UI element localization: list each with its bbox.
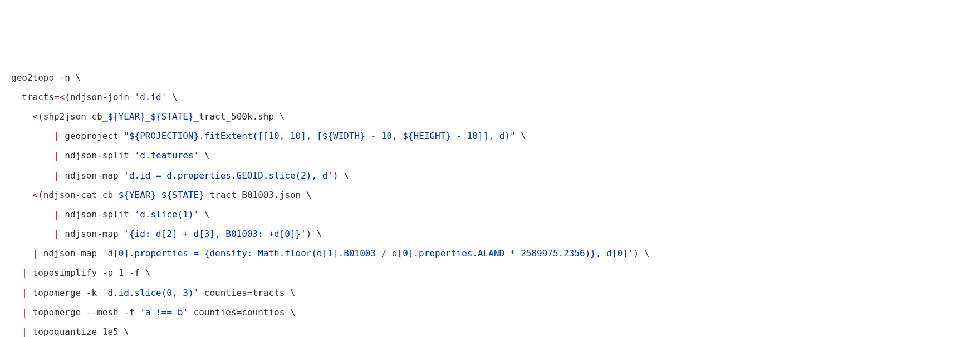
code-token: [199, 150, 204, 161]
code-token: [311, 229, 317, 239]
code-token: ): [333, 170, 339, 181]
code-token: \: [644, 248, 650, 259]
code-token: |: [33, 248, 38, 259]
code-token: \: [521, 131, 526, 141]
code-token: (: [65, 92, 70, 102]
code-token: \: [172, 92, 178, 102]
code-line: | ndjson-split 'd.features' \: [11, 146, 969, 165]
code-token: ': [124, 170, 129, 181]
code-line: | toposimplify -p 1 -f \: [11, 263, 969, 283]
code-token: topomerge -k: [27, 288, 102, 298]
code-token: ': [140, 307, 145, 318]
code-token: |: [54, 209, 60, 220]
code-token: [11, 131, 54, 141]
code-token: <: [33, 111, 38, 122]
code-token: topoquantize 1e5: [27, 326, 124, 337]
code-token: (: [38, 111, 43, 122]
code-token: \: [204, 150, 210, 161]
code-token: [11, 248, 33, 259]
code-token: cb_: [102, 190, 119, 200]
code-block: geo2topo -n \ tracts=<(ndjson-join 'd.id…: [11, 68, 969, 337]
code-token: geoproject: [60, 131, 124, 141]
code-line: | ndjson-map 'd[0].properties = {density…: [11, 244, 969, 263]
code-token: (: [38, 190, 43, 200]
code-token: ': [124, 229, 129, 239]
code-token: [11, 150, 54, 161]
code-token: [11, 209, 54, 220]
code-token: \: [290, 307, 296, 318]
code-token: geo2topo -n: [11, 72, 76, 83]
code-token: ': [194, 209, 199, 220]
code-token: [199, 209, 204, 220]
code-token: \: [344, 170, 349, 181]
code-token: [11, 190, 33, 200]
code-token: a !== b: [145, 307, 183, 318]
code-token: ': [194, 288, 199, 298]
code-token: ndjson-map: [60, 170, 124, 181]
code-line: <(ndjson-cat cb_${YEAR}_${STATE}_tract_B…: [11, 185, 969, 205]
code-line: | ndjson-split 'd.slice(1)' \: [11, 205, 969, 224]
code-line: geo2topo -n \: [11, 68, 969, 87]
code-token: |: [54, 150, 60, 161]
code-token: [11, 288, 22, 298]
code-line: <(shp2json cb_${YEAR}_${STATE}_tract_500…: [11, 107, 969, 126]
code-token: \: [280, 111, 285, 122]
code-token: {id: d[2] + d[3], B01003: +d[0]}: [129, 229, 301, 239]
code-token: <: [33, 190, 38, 200]
code-token: |: [54, 131, 60, 141]
code-token: ndjson-join: [70, 92, 135, 102]
code-token: ${STATE}: [151, 111, 194, 122]
code-line: | geoproject "${PROJECTION}.fitExtent([[…: [11, 126, 969, 146]
code-line: | topoquantize 1e5 \: [11, 322, 969, 337]
code-token: \: [290, 288, 296, 298]
code-token: [11, 170, 54, 181]
code-token: <: [60, 92, 65, 102]
code-token: ': [135, 92, 140, 102]
code-token: ${YEAR}: [107, 111, 145, 122]
code-token: counties=counties: [188, 307, 290, 318]
code-token: ${PROJECTION}: [129, 131, 199, 141]
code-token: ndjson-map: [60, 229, 124, 239]
code-token: ': [102, 248, 108, 259]
code-token: \: [76, 72, 81, 83]
code-token: [166, 92, 172, 102]
code-token: ': [102, 288, 108, 298]
code-token: toposimplify -p 1 -f: [27, 267, 145, 278]
code-token: ': [327, 170, 333, 181]
code-token: [11, 326, 22, 337]
code-token: ${STATE}: [161, 190, 204, 200]
code-token: |: [22, 267, 27, 278]
code-token: ': [135, 150, 140, 161]
code-token: [339, 170, 344, 181]
code-token: d[0].properties = {density: Math.floor(d…: [107, 248, 628, 259]
code-token: counties=tracts: [199, 288, 290, 298]
code-token: ndjson-split: [60, 150, 135, 161]
code-token: topomerge --mesh -f: [27, 307, 140, 318]
code-token: |: [22, 326, 27, 337]
code-line: | topomerge --mesh -f 'a !== b' counties…: [11, 303, 969, 322]
code-token: |: [22, 288, 27, 298]
code-token: \: [124, 326, 129, 337]
code-token: ndjson-cat: [43, 190, 102, 200]
code-token: [639, 248, 644, 259]
code-token: ': [628, 248, 634, 259]
code-token: d.id.slice(0, 3): [107, 288, 193, 298]
code-token: [11, 111, 33, 122]
code-token: \: [306, 190, 312, 200]
code-token: [11, 267, 22, 278]
code-token: - 10,: [365, 131, 403, 141]
code-token: [11, 229, 54, 239]
code-token: _tract_500k.shp: [194, 111, 280, 122]
code-line: | ndjson-map 'd.id = d.properties.GEOID.…: [11, 166, 969, 185]
code-token: [11, 307, 22, 318]
code-token: |: [22, 307, 27, 318]
code-token: ': [194, 150, 199, 161]
code-token: \: [204, 209, 210, 220]
code-token: ": [124, 131, 129, 141]
code-token: shp2json: [43, 111, 92, 122]
code-token: ": [510, 131, 516, 141]
code-token: ': [183, 307, 188, 318]
code-line: | topomerge -k 'd.id.slice(0, 3)' counti…: [11, 283, 969, 303]
code-token: ': [161, 92, 167, 102]
code-token: |: [54, 170, 60, 181]
